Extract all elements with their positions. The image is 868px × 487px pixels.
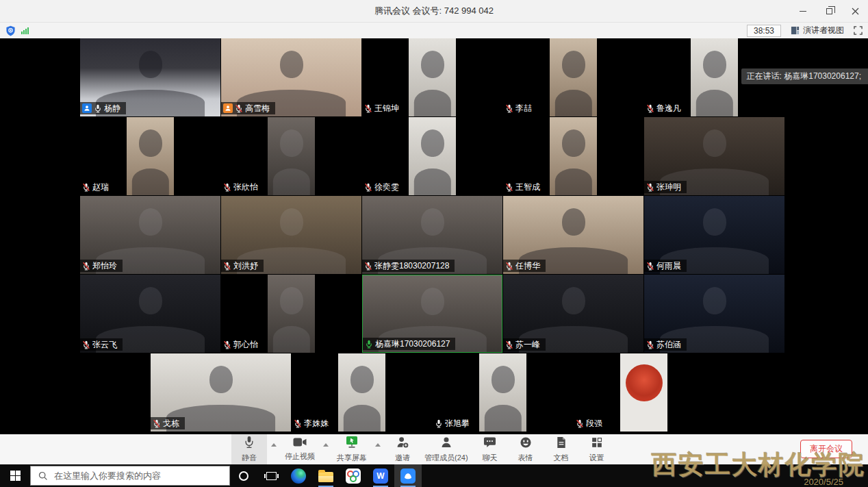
- participant-video: [550, 117, 598, 195]
- video-tile[interactable]: 李喆: [503, 38, 643, 116]
- participant-video: [691, 38, 739, 116]
- participant-video: [338, 353, 386, 432]
- video-tile[interactable]: 张珅明: [644, 117, 784, 195]
- participant-label: 郑怡玲: [80, 260, 123, 272]
- restore-button[interactable]: [816, 0, 842, 22]
- security-shield-icon[interactable]: [5, 25, 16, 36]
- leave-meeting-button[interactable]: 离开会议: [800, 440, 852, 458]
- speaker-view-label: 演讲者视图: [803, 25, 844, 36]
- taskbar-search[interactable]: [30, 466, 230, 486]
- toolbar-button-mic[interactable]: 静音: [231, 434, 267, 464]
- participant-label: 杨静: [80, 102, 126, 114]
- mic-muted-icon: [364, 183, 372, 192]
- mic-muted-icon: [364, 262, 372, 271]
- video-tile[interactable]: 徐奕雯: [362, 117, 502, 195]
- toolbar-button-chat[interactable]: 聊天: [472, 434, 508, 464]
- video-tile[interactable]: 赵瑞: [80, 117, 220, 195]
- cortana-icon: [239, 471, 248, 481]
- participant-label: 王锦坤: [362, 102, 405, 114]
- network-signal-icon[interactable]: [21, 27, 29, 34]
- fullscreen-icon[interactable]: [854, 26, 863, 35]
- dropdown-arrow-icon[interactable]: [271, 443, 277, 447]
- mic-muted-icon: [646, 262, 654, 271]
- start-button[interactable]: [0, 464, 30, 487]
- video-tile[interactable]: 刘洪妤: [221, 196, 361, 274]
- participant-video: [409, 38, 457, 116]
- dropdown-arrow-icon[interactable]: [375, 443, 381, 447]
- toolbar-button-share-screen[interactable]: 共享屏幕: [333, 434, 371, 464]
- video-tile[interactable]: 任博华: [503, 196, 643, 274]
- video-tile[interactable]: 郑怡玲: [80, 196, 220, 274]
- participant-label: 苏一峰: [503, 338, 546, 351]
- participant-label: 李喆: [503, 102, 537, 114]
- participant-name: 王锦坤: [374, 103, 399, 113]
- taskbar-app-wps[interactable]: W: [367, 464, 394, 487]
- toolbar-button-settings[interactable]: 设置: [579, 434, 615, 464]
- participant-name: 张珅明: [656, 182, 681, 192]
- participant-label: 段强: [574, 417, 608, 429]
- video-tile[interactable]: 苏伯涵: [644, 275, 784, 353]
- participant-video: [268, 117, 316, 195]
- task-view-button[interactable]: [257, 464, 285, 487]
- settings-icon: [591, 436, 603, 451]
- participant-name: 李喆: [515, 103, 532, 113]
- participant-label: 张旭攀: [433, 417, 475, 429]
- taskbar-app-explorer[interactable]: [312, 464, 340, 487]
- video-tile[interactable]: 张旭攀: [433, 353, 573, 432]
- mic-muted-icon: [646, 340, 654, 349]
- participant-video: [268, 275, 316, 353]
- toolbar-button-label: 静音: [242, 453, 257, 463]
- dropdown-arrow-icon[interactable]: [323, 443, 329, 447]
- video-tile[interactable]: 张云飞: [80, 275, 220, 353]
- taskbar-app-meeting[interactable]: [394, 464, 422, 487]
- mic-muted-icon: [505, 340, 513, 349]
- video-tile[interactable]: 段强: [574, 353, 714, 432]
- video-tile[interactable]: 何雨晨: [644, 196, 784, 274]
- video-tile[interactable]: 张欣怡: [221, 117, 361, 195]
- mic-muted-icon: [646, 104, 654, 113]
- video-tile[interactable]: 戈栋: [151, 353, 291, 432]
- video-tile[interactable]: 郭心怡: [221, 275, 361, 353]
- participant-name: 李姝姝: [304, 419, 329, 428]
- meeting-top-bar: 38:53 演讲者视图: [0, 22, 868, 38]
- participant-video: [479, 353, 527, 432]
- search-icon: [38, 471, 48, 481]
- taskbar-app-edge[interactable]: [285, 464, 312, 487]
- video-tile[interactable]: 苏一峰: [503, 275, 643, 353]
- minimize-button[interactable]: [790, 0, 816, 22]
- toolbar-button-document[interactable]: 文档: [544, 434, 579, 464]
- title-bar: 腾讯会议 会议号: 742 994 042: [0, 0, 868, 22]
- video-grid-row: 赵瑞张欣怡徐奕雯王智成张珅明: [80, 117, 868, 196]
- toolbar-button-emoji[interactable]: 表情: [508, 434, 544, 464]
- toolbar-button-members[interactable]: 管理成员(24): [420, 434, 472, 464]
- participant-video: [550, 38, 598, 116]
- video-tile[interactable]: 杨静: [80, 38, 220, 116]
- participant-label: 张珅明: [644, 181, 687, 193]
- close-button[interactable]: [842, 0, 868, 22]
- chat-icon: [483, 436, 496, 451]
- cortana-button[interactable]: [230, 464, 257, 487]
- mic-muted-icon: [223, 262, 231, 271]
- speaking-indicator: 正在讲话: 杨嘉琳17030206127;: [741, 68, 868, 84]
- video-tile[interactable]: 李姝姝: [292, 353, 432, 432]
- video-tile[interactable]: 王锦坤: [362, 38, 502, 116]
- toolbar-button-camera[interactable]: 停止视频: [281, 434, 319, 464]
- participant-label: 张云飞: [80, 338, 123, 351]
- windows-taskbar: W: [0, 464, 868, 487]
- window-title: 腾讯会议 会议号: 742 994 042: [374, 5, 494, 17]
- video-tile[interactable]: 王智成: [503, 117, 643, 195]
- video-tile[interactable]: 高雪梅: [221, 38, 361, 116]
- mic-on-icon: [435, 419, 443, 428]
- video-tile[interactable]: 张静雯18030207128: [362, 196, 502, 274]
- toolbar-button-person-add[interactable]: 邀请: [385, 434, 420, 464]
- search-input[interactable]: [54, 471, 212, 481]
- participant-video: [620, 353, 668, 432]
- video-tile[interactable]: 杨嘉琳17030206127: [362, 275, 502, 353]
- taskbar-app-rings[interactable]: [340, 464, 367, 487]
- mic-muted-icon: [153, 419, 161, 428]
- participant-name: 任博华: [515, 261, 540, 271]
- taskbar-apps: W: [285, 464, 422, 487]
- speaker-view-button[interactable]: 演讲者视图: [791, 25, 844, 36]
- edge-browser-icon: [291, 469, 306, 484]
- mic-muted-icon: [235, 104, 243, 113]
